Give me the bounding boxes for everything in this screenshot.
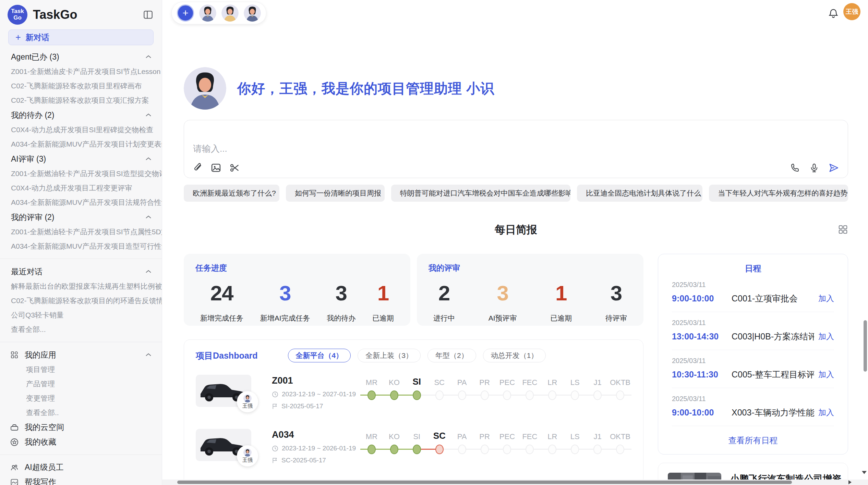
left-column: 任务进度24新增完成任务3新增AI完成任务3我的待办1已逾期我的评审2进行中3A… <box>184 254 643 485</box>
milestone: PA <box>451 375 473 402</box>
horizontal-scrollbar-thumb[interactable] <box>177 481 792 484</box>
chevron-up-icon[interactable] <box>145 111 152 119</box>
app-sub-item[interactable]: 产品管理 <box>0 377 162 391</box>
project-rows: 王强Z0012023-12-19 ~ 2027-01-19SI-2025-05-… <box>196 375 631 485</box>
layout-grid-icon[interactable] <box>838 224 848 236</box>
milestone: J1 <box>586 429 609 456</box>
milestone-dot-row <box>451 388 473 402</box>
milestone-dot-row <box>609 388 631 402</box>
sidebar-tool-item[interactable]: 帮我写作 <box>0 475 162 485</box>
view-all-schedule-link[interactable]: 查看所有日程 <box>672 435 834 446</box>
suggestion-chip[interactable]: 欧洲新规最近颁布了什么? <box>184 185 279 202</box>
phone-icon[interactable] <box>790 163 800 173</box>
stats-card: 任务进度24新增完成任务3新增AI完成任务3我的待办1已逾期 <box>184 254 410 326</box>
avatar <box>243 394 252 402</box>
project-dates: 2023-12-19 ~ 2027-01-19 <box>272 390 358 398</box>
milestone-label: LR <box>547 429 557 441</box>
milestone-label: FEC <box>522 375 537 387</box>
recent-chats-header[interactable]: 最近对话 <box>0 264 162 279</box>
sidebar-item[interactable]: C02-飞腾新能源轻客改款项目里程碑画布 <box>0 79 162 93</box>
sidebar-section-header[interactable]: 我的评审 (2) <box>0 210 162 225</box>
avatar[interactable] <box>244 4 261 22</box>
chevron-up-icon[interactable] <box>145 351 152 359</box>
sidebar-item-cloud-space[interactable]: 我的云空间 <box>0 420 162 435</box>
schedule-card: 日程 2025/03/119:00-10:00C001-立项审批会加入2025/… <box>658 254 848 455</box>
scissors-icon[interactable] <box>229 163 240 173</box>
chat-input[interactable] <box>193 143 839 161</box>
chevron-up-icon[interactable] <box>145 155 152 163</box>
milestone-dot <box>390 390 398 400</box>
milestone: LS <box>564 375 586 402</box>
avatar[interactable] <box>221 4 239 22</box>
milestone-dot <box>413 390 421 400</box>
suggestion-chip[interactable]: 如何写一份清晰的项目周报 <box>286 185 385 202</box>
send-icon[interactable] <box>829 163 839 173</box>
scroll-right-arrow[interactable] <box>848 480 852 484</box>
brand-name: TaskGo <box>33 8 77 22</box>
flag-icon <box>272 457 278 464</box>
project-row[interactable]: 王强Z0012023-12-19 ~ 2027-01-19SI-2025-05-… <box>196 375 631 413</box>
milestone: J1 <box>586 375 609 402</box>
app-sub-item[interactable]: 变更管理 <box>0 391 162 406</box>
app-sub-item[interactable]: 查看全部.. <box>0 406 162 420</box>
join-link[interactable]: 加入 <box>818 407 834 418</box>
sidebar-item-my-apps[interactable]: 我的应用 <box>0 347 162 362</box>
new-chat-label: 新对话 <box>26 32 49 43</box>
add-member-button[interactable]: + <box>177 4 194 22</box>
sidebar-item[interactable]: C0X4-动力总成开发项目SI里程碑提交物检查 <box>0 123 162 137</box>
schedule-items: 2025/03/119:00-10:00C001-立项审批会加入2025/03/… <box>672 274 834 426</box>
app-sub-item[interactable]: 项目管理 <box>0 362 162 377</box>
mic-icon[interactable] <box>809 163 819 173</box>
people-icon <box>10 464 19 471</box>
recent-chat-item[interactable]: 查看全部... <box>0 322 162 337</box>
sidebar-item[interactable]: Z001-全新燃油皮卡产品开发项目SI节点Lesson Learn报告 <box>0 64 162 79</box>
chevron-up-icon[interactable] <box>145 268 152 275</box>
sidebar-section-header[interactable]: 我的待办 (2) <box>0 108 162 123</box>
paperclip-icon[interactable] <box>193 163 203 173</box>
dashboard-tab[interactable]: 全新上装（3） <box>358 349 421 362</box>
stat: 1已逾期 <box>372 281 394 323</box>
sidebar-item[interactable]: A034-全新新能源MUV产品开发项目计划变更表编写 <box>0 137 162 151</box>
sidebar-item[interactable]: Z001-全新燃油轻卡产品开发项目SI造型提交物评审 <box>0 166 162 181</box>
vertical-scrollbar-thumb[interactable] <box>864 320 867 372</box>
dashboard-tab[interactable]: 动总开发（1） <box>483 349 546 362</box>
sidebar-section-header[interactable]: AI评审 (3) <box>0 151 162 166</box>
dashboard-tab[interactable]: 全新平台（4） <box>288 349 351 362</box>
tool-label: AI超级员工 <box>25 462 64 473</box>
sidebar-item[interactable]: A034-全新新能源MUV产品开发项目法规符合性评审 <box>0 195 162 210</box>
horizontal-scrollbar[interactable] <box>162 480 868 485</box>
join-link[interactable]: 加入 <box>818 369 834 380</box>
sidebar-item[interactable]: A034-全新新能源MUV产品开发项目造型可行性评审 <box>0 239 162 253</box>
sidebar-tool-item[interactable]: AI超级员工 <box>0 460 162 475</box>
milestone-dot <box>458 390 466 400</box>
suggestion-chip[interactable]: 当下年轻人对汽车外观有怎样的喜好趋势 <box>709 185 848 202</box>
recent-chat-item[interactable]: C02-飞腾新能源轻客改款项目的闭环通告反馈情况 <box>0 294 162 308</box>
schedule-item: 2025/03/1110:30-11:30C005-整车工程目标评审加入 <box>672 350 834 388</box>
milestone-dot-row <box>496 388 519 402</box>
sidebar-item-favorites[interactable]: 我的收藏 <box>0 435 162 449</box>
sidebar-item[interactable]: C02-飞腾新能源轻客改款项目立项汇报方案 <box>0 93 162 108</box>
join-link[interactable]: 加入 <box>818 293 834 304</box>
recent-chat-item[interactable]: 公司Q3轻卡销量 <box>0 308 162 322</box>
join-link[interactable]: 加入 <box>818 331 834 342</box>
section-title: 我的评审 (2) <box>11 212 55 223</box>
logo-text-bottom: Go <box>13 15 22 21</box>
image-icon[interactable] <box>211 163 221 173</box>
suggestion-chip[interactable]: 特朗普可能对进口汽车增税会对中国车企造成哪些影响 <box>391 185 570 202</box>
milestone: LR <box>541 375 564 402</box>
project-row[interactable]: 王强A0342023-12-19 ~ 2026-01-19SC-2025-05-… <box>196 429 631 467</box>
new-chat-button[interactable]: + 新对话 <box>8 29 154 45</box>
recent-chat-item[interactable]: 解释最新出台的欧盟报废车法规再生塑料比例被调至15%... <box>0 279 162 294</box>
chevron-up-icon[interactable] <box>145 213 152 221</box>
avatar[interactable] <box>199 4 216 22</box>
sidebar-item[interactable]: Z001-全新燃油轻卡产品开发项目SI节点属性5D文件评审 <box>0 225 162 239</box>
sidebar-section-header[interactable]: Agent已办 (3) <box>0 49 162 64</box>
suggestion-chip[interactable]: 比亚迪全固态电池计划具体说了什么 <box>577 185 702 202</box>
dashboard-tab[interactable]: 年型（2） <box>427 349 476 362</box>
chevron-up-icon[interactable] <box>145 53 152 61</box>
collapse-sidebar-icon[interactable] <box>143 10 153 19</box>
stats-columns: 24新增完成任务3新增AI完成任务3我的待办1已逾期 <box>195 281 399 323</box>
project-info: Z0012023-12-19 ~ 2027-01-19SI-2025-05-17 <box>272 375 358 410</box>
scroll-down-arrow[interactable] <box>862 471 867 474</box>
sidebar-item[interactable]: C0X4-动力总成开发项目工程变更评审 <box>0 181 162 195</box>
